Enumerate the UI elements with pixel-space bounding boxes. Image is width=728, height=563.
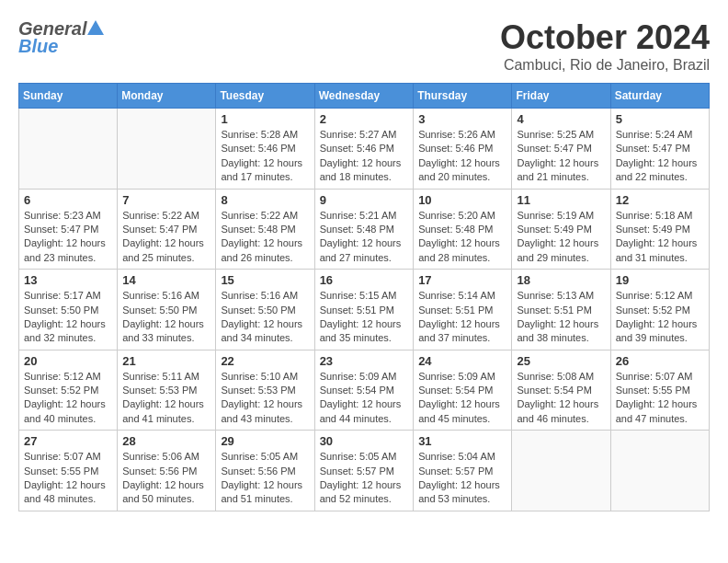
sunrise-text: Sunrise: 5:18 AM xyxy=(616,209,704,223)
daylight-text: Daylight: 12 hours and 34 minutes. xyxy=(221,317,309,346)
day-number: 24 xyxy=(418,354,506,368)
sunset-text: Sunset: 5:51 PM xyxy=(517,304,605,317)
day-number: 1 xyxy=(221,112,309,126)
calendar-week-row: 13Sunrise: 5:17 AMSunset: 5:50 PMDayligh… xyxy=(19,270,710,350)
calendar-cell xyxy=(19,109,118,190)
sunset-text: Sunset: 5:46 PM xyxy=(418,142,506,155)
calendar-cell: 28Sunrise: 5:06 AMSunset: 5:56 PMDayligh… xyxy=(118,431,216,511)
daylight-text: Daylight: 12 hours and 50 minutes. xyxy=(122,478,210,507)
calendar-cell: 22Sunrise: 5:10 AMSunset: 5:53 PMDayligh… xyxy=(216,350,314,431)
sunset-text: Sunset: 5:56 PM xyxy=(122,465,210,478)
day-number: 27 xyxy=(24,434,112,448)
day-number: 13 xyxy=(24,273,112,287)
sunrise-text: Sunrise: 5:04 AM xyxy=(418,450,506,464)
daylight-text: Daylight: 12 hours and 17 minutes. xyxy=(221,156,309,185)
day-info: Sunrise: 5:18 AMSunset: 5:49 PMDaylight:… xyxy=(616,209,704,266)
sunrise-text: Sunrise: 5:05 AM xyxy=(221,450,309,464)
col-monday: Monday xyxy=(118,84,216,109)
sunrise-text: Sunrise: 5:28 AM xyxy=(221,128,309,142)
day-info: Sunrise: 5:25 AMSunset: 5:47 PMDaylight:… xyxy=(517,128,605,185)
calendar-week-row: 1Sunrise: 5:28 AMSunset: 5:46 PMDaylight… xyxy=(19,109,710,190)
sunrise-text: Sunrise: 5:16 AM xyxy=(221,289,309,303)
sunset-text: Sunset: 5:48 PM xyxy=(320,223,409,236)
calendar-cell: 1Sunrise: 5:28 AMSunset: 5:46 PMDaylight… xyxy=(216,109,314,190)
day-info: Sunrise: 5:22 AMSunset: 5:48 PMDaylight:… xyxy=(221,209,309,266)
calendar-cell: 13Sunrise: 5:17 AMSunset: 5:50 PMDayligh… xyxy=(19,270,118,350)
daylight-text: Daylight: 12 hours and 35 minutes. xyxy=(320,317,409,346)
day-info: Sunrise: 5:09 AMSunset: 5:54 PMDaylight:… xyxy=(418,370,506,427)
calendar-cell: 9Sunrise: 5:21 AMSunset: 5:48 PMDaylight… xyxy=(314,189,414,270)
col-saturday: Saturday xyxy=(610,84,709,109)
sunset-text: Sunset: 5:51 PM xyxy=(418,304,506,317)
calendar-week-row: 27Sunrise: 5:07 AMSunset: 5:55 PMDayligh… xyxy=(19,431,710,511)
day-info: Sunrise: 5:28 AMSunset: 5:46 PMDaylight:… xyxy=(221,128,309,185)
daylight-text: Daylight: 12 hours and 44 minutes. xyxy=(320,397,409,426)
calendar-cell: 19Sunrise: 5:12 AMSunset: 5:52 PMDayligh… xyxy=(610,270,709,350)
calendar-cell: 30Sunrise: 5:05 AMSunset: 5:57 PMDayligh… xyxy=(314,431,414,511)
daylight-text: Daylight: 12 hours and 48 minutes. xyxy=(24,478,112,507)
daylight-text: Daylight: 12 hours and 21 minutes. xyxy=(517,156,605,185)
day-number: 21 xyxy=(122,354,210,368)
day-number: 12 xyxy=(616,193,704,207)
col-friday: Friday xyxy=(512,84,610,109)
day-info: Sunrise: 5:04 AMSunset: 5:57 PMDaylight:… xyxy=(418,450,506,507)
sunrise-text: Sunrise: 5:11 AM xyxy=(122,370,210,384)
day-info: Sunrise: 5:09 AMSunset: 5:54 PMDaylight:… xyxy=(320,370,409,427)
sunrise-text: Sunrise: 5:20 AM xyxy=(418,209,506,223)
day-info: Sunrise: 5:24 AMSunset: 5:47 PMDaylight:… xyxy=(616,128,704,185)
calendar-cell: 23Sunrise: 5:09 AMSunset: 5:54 PMDayligh… xyxy=(314,350,414,431)
sunrise-text: Sunrise: 5:14 AM xyxy=(418,289,506,303)
day-number: 4 xyxy=(517,112,605,126)
daylight-text: Daylight: 12 hours and 26 minutes. xyxy=(221,236,309,265)
calendar-cell: 8Sunrise: 5:22 AMSunset: 5:48 PMDaylight… xyxy=(216,189,314,270)
sunset-text: Sunset: 5:47 PM xyxy=(517,142,605,155)
sunset-text: Sunset: 5:55 PM xyxy=(24,465,112,478)
day-number: 25 xyxy=(517,354,605,368)
daylight-text: Daylight: 12 hours and 39 minutes. xyxy=(616,317,704,346)
sunrise-text: Sunrise: 5:09 AM xyxy=(418,370,506,384)
sunrise-text: Sunrise: 5:06 AM xyxy=(122,450,210,464)
day-info: Sunrise: 5:07 AMSunset: 5:55 PMDaylight:… xyxy=(616,370,704,427)
calendar-cell: 5Sunrise: 5:24 AMSunset: 5:47 PMDaylight… xyxy=(610,109,709,190)
day-number: 29 xyxy=(221,434,309,448)
daylight-text: Daylight: 12 hours and 52 minutes. xyxy=(320,478,409,507)
day-info: Sunrise: 5:06 AMSunset: 5:56 PMDaylight:… xyxy=(122,450,210,507)
calendar-cell xyxy=(118,109,216,190)
day-number: 16 xyxy=(320,273,409,287)
sunrise-text: Sunrise: 5:16 AM xyxy=(122,289,210,303)
calendar-cell: 3Sunrise: 5:26 AMSunset: 5:46 PMDaylight… xyxy=(414,109,512,190)
calendar-week-row: 6Sunrise: 5:23 AMSunset: 5:47 PMDaylight… xyxy=(19,189,710,270)
day-info: Sunrise: 5:11 AMSunset: 5:53 PMDaylight:… xyxy=(122,370,210,427)
day-info: Sunrise: 5:27 AMSunset: 5:46 PMDaylight:… xyxy=(320,128,409,185)
day-number: 23 xyxy=(320,354,409,368)
day-info: Sunrise: 5:15 AMSunset: 5:51 PMDaylight:… xyxy=(320,289,409,346)
day-info: Sunrise: 5:16 AMSunset: 5:50 PMDaylight:… xyxy=(221,289,309,346)
sunset-text: Sunset: 5:54 PM xyxy=(418,384,506,397)
location: Cambuci, Rio de Janeiro, Brazil xyxy=(500,57,710,74)
day-info: Sunrise: 5:08 AMSunset: 5:54 PMDaylight:… xyxy=(517,370,605,427)
page-header: General Blue October 2024 Cambuci, Rio d… xyxy=(18,18,710,74)
calendar-cell: 14Sunrise: 5:16 AMSunset: 5:50 PMDayligh… xyxy=(118,270,216,350)
daylight-text: Daylight: 12 hours and 28 minutes. xyxy=(418,236,506,265)
calendar-cell: 24Sunrise: 5:09 AMSunset: 5:54 PMDayligh… xyxy=(414,350,512,431)
day-number: 19 xyxy=(616,273,704,287)
day-number: 26 xyxy=(616,354,704,368)
daylight-text: Daylight: 12 hours and 53 minutes. xyxy=(418,478,506,507)
sunset-text: Sunset: 5:50 PM xyxy=(24,304,112,317)
sunrise-text: Sunrise: 5:07 AM xyxy=(616,370,704,384)
day-info: Sunrise: 5:14 AMSunset: 5:51 PMDaylight:… xyxy=(418,289,506,346)
sunrise-text: Sunrise: 5:07 AM xyxy=(24,450,112,464)
day-info: Sunrise: 5:20 AMSunset: 5:48 PMDaylight:… xyxy=(418,209,506,266)
col-sunday: Sunday xyxy=(19,84,118,109)
sunrise-text: Sunrise: 5:05 AM xyxy=(320,450,409,464)
calendar-week-row: 20Sunrise: 5:12 AMSunset: 5:52 PMDayligh… xyxy=(19,350,710,431)
calendar-cell: 29Sunrise: 5:05 AMSunset: 5:56 PMDayligh… xyxy=(216,431,314,511)
sunset-text: Sunset: 5:52 PM xyxy=(24,384,112,397)
day-info: Sunrise: 5:23 AMSunset: 5:47 PMDaylight:… xyxy=(24,209,112,266)
calendar-cell: 11Sunrise: 5:19 AMSunset: 5:49 PMDayligh… xyxy=(512,189,610,270)
calendar-cell: 10Sunrise: 5:20 AMSunset: 5:48 PMDayligh… xyxy=(414,189,512,270)
day-number: 22 xyxy=(221,354,309,368)
sunset-text: Sunset: 5:46 PM xyxy=(320,142,409,155)
sunrise-text: Sunrise: 5:09 AM xyxy=(320,370,409,384)
daylight-text: Daylight: 12 hours and 25 minutes. xyxy=(122,236,210,265)
